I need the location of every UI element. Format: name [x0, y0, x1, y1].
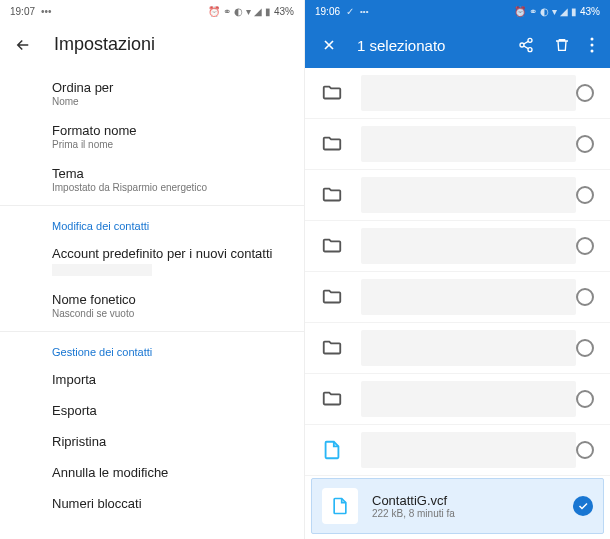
battery-pct: 43% [580, 6, 600, 17]
setting-restore[interactable]: Ripristina [0, 426, 304, 457]
page-title: Impostazioni [54, 34, 155, 55]
svg-point-5 [591, 50, 594, 53]
setting-export[interactable]: Esporta [0, 395, 304, 426]
dnd-icon: ◐ [540, 6, 549, 17]
link-icon: ⚭ [529, 6, 537, 17]
more-icon[interactable] [590, 37, 594, 53]
select-radio[interactable] [576, 84, 594, 102]
time: 19:06 [315, 6, 340, 17]
signal-icon: ◢ [254, 6, 262, 17]
setting-phonetic-name[interactable]: Nome fonetico Nascondi se vuoto [0, 284, 304, 327]
alarm-icon: ⏰ [208, 6, 220, 17]
statusbar-left: 19:07 ••• ⏰ ⚭ ◐ ▾ ◢ ▮ 43% [0, 0, 304, 22]
document-icon [321, 439, 343, 461]
back-icon[interactable] [14, 36, 32, 54]
file-row[interactable] [305, 323, 610, 374]
file-row[interactable] [305, 170, 610, 221]
select-radio[interactable] [576, 237, 594, 255]
setting-theme[interactable]: Tema Impostato da Risparmio energetico [0, 158, 304, 201]
svg-point-3 [591, 38, 594, 41]
file-row[interactable] [305, 68, 610, 119]
folder-icon [321, 337, 343, 359]
setting-undo[interactable]: Annulla le modifiche [0, 457, 304, 488]
file-row[interactable] [305, 272, 610, 323]
alarm-icon: ⏰ [514, 6, 526, 17]
signal-icon: ◢ [560, 6, 568, 17]
time: 19:07 [10, 6, 35, 17]
setting-name-format[interactable]: Formato nome Prima il nome [0, 115, 304, 158]
checkmark-icon[interactable] [573, 496, 593, 516]
close-icon[interactable] [321, 37, 337, 53]
folder-icon [321, 235, 343, 257]
file-meta: 222 kB, 8 minuti fa [372, 508, 573, 519]
svg-point-2 [528, 48, 532, 52]
folder-icon [321, 286, 343, 308]
battery-pct: 43% [274, 6, 294, 17]
svg-point-0 [528, 38, 532, 42]
wifi-icon: ▾ [552, 6, 557, 17]
file-row[interactable] [305, 374, 610, 425]
link-icon: ⚭ [223, 6, 231, 17]
document-icon [322, 488, 358, 524]
wifi-icon: ▾ [246, 6, 251, 17]
section-edit-contacts: Modifica dei contatti [0, 210, 304, 238]
selection-count: 1 selezionato [357, 37, 498, 54]
folder-icon [321, 388, 343, 410]
svg-point-4 [591, 44, 594, 47]
setting-import[interactable]: Importa [0, 364, 304, 395]
file-row[interactable] [305, 119, 610, 170]
delete-icon[interactable] [554, 37, 570, 53]
select-radio[interactable] [576, 135, 594, 153]
select-radio[interactable] [576, 390, 594, 408]
dnd-icon: ◐ [234, 6, 243, 17]
folder-icon [321, 82, 343, 104]
share-icon[interactable] [518, 37, 534, 53]
battery-icon: ▮ [265, 6, 271, 17]
file-row-selected[interactable]: ContattiG.vcf 222 kB, 8 minuti fa [311, 478, 604, 534]
svg-point-1 [520, 43, 524, 47]
file-row[interactable] [305, 221, 610, 272]
section-manage-contacts: Gestione dei contatti [0, 336, 304, 364]
setting-sort[interactable]: Ordina per Nome [0, 72, 304, 115]
select-radio[interactable] [576, 339, 594, 357]
select-radio[interactable] [576, 186, 594, 204]
select-radio[interactable] [576, 441, 594, 459]
battery-icon: ▮ [571, 6, 577, 17]
statusbar-right: 19:06 ✓ ••• ⏰ ⚭ ◐ ▾ ◢ ▮ 43% [305, 0, 610, 22]
folder-icon [321, 133, 343, 155]
setting-default-account[interactable]: Account predefinito per i nuovi contatti [0, 238, 304, 284]
file-row[interactable] [305, 425, 610, 476]
file-name: ContattiG.vcf [372, 493, 573, 508]
select-radio[interactable] [576, 288, 594, 306]
setting-blocked[interactable]: Numeri bloccati [0, 488, 304, 519]
selection-appbar: 1 selezionato [305, 22, 610, 68]
folder-icon [321, 184, 343, 206]
appbar: Impostazioni [0, 22, 304, 68]
